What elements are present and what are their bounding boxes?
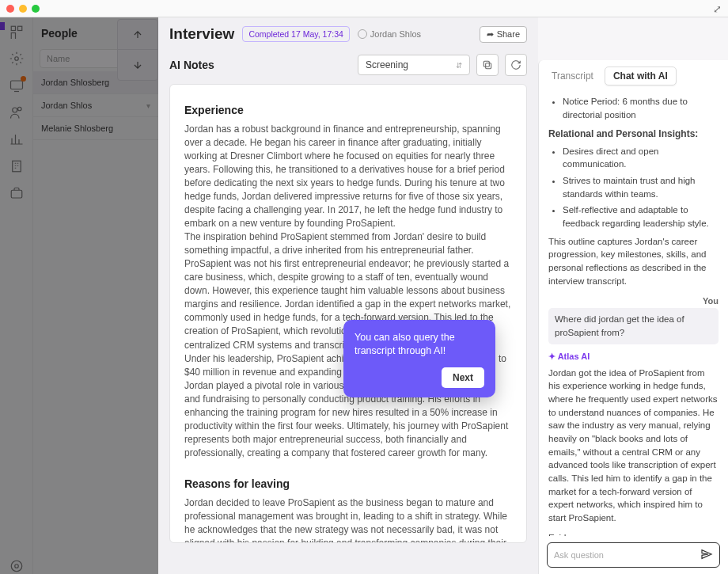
body-text: Jordan decided to leave ProSapient as th… — [184, 496, 512, 543]
chevron-down-icon: ▾ — [146, 101, 150, 110]
notes-document: Experience Jordan has a robust backgroun… — [169, 84, 527, 543]
svg-rect-7 — [12, 161, 21, 172]
you-label: You — [548, 295, 719, 308]
svg-point-6 — [17, 107, 21, 111]
owner-label: Jordan Shlos — [370, 29, 421, 39]
section-heading: Experience — [184, 104, 512, 116]
briefcase-icon[interactable] — [9, 185, 25, 201]
people-row-label: Jordan Shlosberg — [41, 78, 109, 87]
accent-indicator — [0, 22, 5, 30]
people-row-label: Jordan Shlos — [41, 101, 92, 110]
ai-notes-heading: AI Notes — [169, 59, 351, 71]
svg-rect-2 — [11, 33, 15, 40]
topbar: Interview Completed 17 May, 17:34 Jordan… — [158, 17, 538, 51]
svg-rect-8 — [11, 190, 22, 198]
gear-icon[interactable] — [9, 51, 25, 67]
status-pill: Completed 17 May, 17:34 — [242, 26, 349, 42]
window-controls[interactable] — [6, 5, 40, 13]
prev-next-nav — [117, 19, 158, 81]
expand-icon[interactable]: ⤢ — [713, 3, 722, 15]
user-message: Where did jordan get the idea of proSapi… — [548, 308, 719, 344]
svg-rect-0 — [11, 26, 15, 30]
svg-point-10 — [11, 561, 22, 572]
svg-rect-1 — [17, 26, 21, 30]
people-panel: People 3 Name Jordan Shlosberg Jordan Sh… — [33, 17, 158, 574]
chat-scroll[interactable]: Notice Period: 6 months due to directori… — [539, 92, 728, 536]
list-item: Desires direct and open communication. — [563, 145, 719, 171]
people-row[interactable]: Jordan Shlos▾ — [33, 94, 158, 117]
send-icon[interactable] — [700, 548, 713, 562]
tab-transcript[interactable]: Transcript — [547, 67, 598, 85]
template-select[interactable]: Screening⇵ — [358, 55, 470, 75]
people-icon[interactable] — [9, 105, 25, 120]
main-content: Interview Completed 17 May, 17:34 Jordan… — [158, 17, 538, 574]
onboarding-popover: You can also query the transcript throug… — [343, 320, 495, 397]
list-item: Strives to maintain trust and high stand… — [563, 174, 719, 200]
list-item: Notice Period: 6 months due to directori… — [563, 95, 719, 121]
user-icon — [358, 29, 367, 39]
screen-icon[interactable] — [9, 78, 25, 93]
insights-heading: Relational and Personal Insights: — [548, 127, 719, 141]
svg-rect-11 — [486, 63, 491, 69]
summary-text: This outline captures Jordan's career pr… — [548, 235, 719, 288]
svg-point-3 — [14, 57, 18, 61]
chat-panel: Transcript Chat with AI Notice Period: 6… — [538, 60, 728, 574]
people-row[interactable]: Melanie Shlosberg — [33, 117, 158, 140]
maximize-icon[interactable] — [32, 5, 40, 13]
section-heading: Reasons for leaving — [184, 477, 512, 490]
share-label: Share — [497, 29, 520, 39]
svg-point-9 — [14, 564, 18, 568]
body-text: Jordan has a robust background in financ… — [184, 123, 512, 230]
list-item: Self-reflective and adaptable to feedbac… — [563, 203, 719, 230]
svg-rect-12 — [483, 61, 489, 67]
popover-next-button[interactable]: Next — [442, 367, 484, 388]
record-owner[interactable]: Jordan Shlos — [358, 29, 421, 39]
chat-input[interactable]: Ask question — [547, 542, 720, 568]
window-titlebar: ⤢ — [0, 0, 728, 17]
copy-button[interactable] — [476, 54, 499, 76]
atlas-ai-label: ✦ Atlas AI — [548, 351, 719, 363]
svg-rect-4 — [10, 81, 22, 89]
popover-text: You can also query the transcript throug… — [355, 331, 484, 358]
select-value: Screening — [366, 59, 408, 70]
dashboard-icon[interactable] — [9, 24, 25, 40]
notes-header-row: AI Notes Screening⇵ — [158, 51, 538, 84]
next-button[interactable] — [118, 50, 157, 80]
chat-placeholder: Ask question — [554, 550, 604, 560]
chat-tabs: Transcript Chat with AI — [539, 60, 728, 92]
people-row-label: Melanie Shlosberg — [41, 124, 113, 133]
building-icon[interactable] — [9, 158, 25, 174]
minimize-icon[interactable] — [19, 5, 27, 13]
settings-icon[interactable] — [9, 558, 25, 574]
share-icon: ➦ — [487, 29, 494, 40]
svg-point-5 — [12, 108, 17, 112]
close-icon[interactable] — [6, 5, 14, 13]
share-button[interactable]: ➦Share — [480, 26, 527, 43]
refresh-button[interactable] — [505, 54, 527, 76]
ai-answer: Jordan got the idea of ProSapient from h… — [548, 367, 719, 525]
page-title: Interview — [169, 25, 234, 43]
prev-button[interactable] — [118, 20, 157, 50]
tab-chat-ai[interactable]: Chat with AI — [605, 67, 677, 86]
reports-icon[interactable] — [9, 131, 25, 147]
icon-rail — [0, 17, 33, 574]
chevron-updown-icon: ⇵ — [456, 61, 462, 70]
